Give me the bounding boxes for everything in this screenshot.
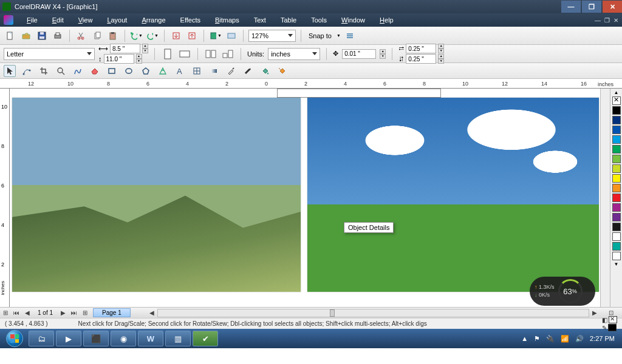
spin-down[interactable]: ▼ — [142, 49, 148, 53]
color-swatch[interactable] — [612, 116, 621, 124]
color-swatch[interactable] — [612, 126, 621, 134]
prev-page-button[interactable]: ◀ — [22, 308, 33, 318]
menu-edit[interactable]: Edit — [46, 15, 70, 25]
dup-x-field[interactable]: 0.25 " — [406, 44, 436, 53]
current-page-button[interactable] — [221, 47, 234, 61]
add-page-after-button[interactable]: ⊞ — [80, 308, 91, 318]
fill-none-indicator[interactable] — [609, 316, 617, 323]
network-meter-widget[interactable]: ↑ 1.3K/s ↓ 0K/s 63% — [530, 277, 595, 306]
tray-chevron-icon[interactable]: ▲ — [521, 335, 528, 342]
color-swatch[interactable] — [612, 252, 621, 260]
color-swatch[interactable] — [612, 184, 621, 192]
nudge-field[interactable]: 0.01 " — [342, 49, 376, 59]
menu-window[interactable]: Window — [335, 15, 371, 25]
taskbar-explorer[interactable]: 🗂 — [29, 331, 54, 346]
taskbar-chrome[interactable]: ◉ — [111, 331, 136, 346]
spin-up[interactable]: ▲ — [142, 44, 148, 49]
palette-up-button[interactable]: ▲ — [614, 90, 619, 95]
pick-tool[interactable] — [4, 65, 16, 77]
table-tool[interactable] — [191, 65, 203, 77]
menu-arrange[interactable]: Arrange — [135, 15, 171, 25]
rectangle-tool[interactable] — [106, 65, 118, 77]
spin-up[interactable]: ▲ — [136, 54, 142, 59]
smart-fill-tool[interactable] — [89, 65, 101, 77]
color-swatch[interactable] — [612, 155, 621, 163]
page-tab[interactable]: Page 1 — [93, 308, 131, 317]
tray-clock[interactable]: 2:27 PM — [590, 335, 615, 342]
start-button[interactable] — [2, 330, 27, 347]
crop-tool[interactable] — [38, 65, 50, 77]
ruler-horizontal[interactable]: 12 10 8 6 4 2 0 2 4 6 8 10 12 14 16 inch… — [0, 79, 622, 89]
outline-tool[interactable] — [242, 65, 254, 77]
bitmap-object-2[interactable] — [307, 98, 599, 292]
welcome-button[interactable] — [225, 29, 238, 42]
last-page-button[interactable]: ⏭ — [69, 308, 80, 318]
menu-effects[interactable]: Effects — [174, 15, 207, 25]
new-button[interactable] — [4, 29, 17, 42]
zoom-tool[interactable] — [55, 65, 67, 77]
tray-network-icon[interactable]: 📶 — [561, 335, 569, 343]
taskbar-mediaplayer[interactable]: ▶ — [56, 331, 81, 346]
color-swatch[interactable] — [612, 164, 621, 173]
polygon-tool[interactable] — [140, 65, 152, 77]
spin-down[interactable]: ▼ — [438, 49, 444, 53]
page-width-field[interactable]: 8.5 " — [110, 44, 140, 53]
bitmap-object-1[interactable] — [12, 98, 301, 292]
menu-table[interactable]: Table — [275, 15, 302, 25]
zoom-level-select[interactable]: 127% — [248, 30, 296, 42]
color-swatch[interactable] — [612, 106, 621, 115]
snap-to-menu[interactable]: ▼ — [337, 33, 341, 38]
canvas[interactable]: Object Details ↑ 1.3K/s ↓ 0K/s 63% — [10, 89, 600, 307]
add-page-button[interactable]: ⊞ — [0, 308, 11, 318]
paste-button[interactable] — [106, 29, 120, 42]
page-height-field[interactable]: 11.0 " — [104, 54, 134, 64]
palette-down-button[interactable]: ▼ — [614, 261, 619, 267]
spin-down[interactable]: ▼ — [438, 59, 444, 64]
tray-flag-icon[interactable]: ⚑ — [534, 335, 540, 343]
export-button[interactable] — [185, 29, 199, 42]
brand-icon[interactable] — [4, 15, 13, 25]
undo-button[interactable]: ▼ — [130, 29, 143, 42]
open-button[interactable] — [19, 29, 33, 42]
app-launcher-button[interactable]: ▼ — [209, 29, 222, 42]
fill-tool[interactable] — [259, 65, 271, 77]
ruler-vertical[interactable]: 10 8 6 4 2 inches — [0, 89, 10, 307]
eyedropper-tool[interactable] — [225, 65, 237, 77]
menu-layout[interactable]: Layout — [101, 15, 133, 25]
dup-y-field[interactable]: 0.25 " — [406, 54, 436, 64]
maximize-button[interactable]: ❐ — [582, 1, 601, 13]
paper-size-select[interactable]: Letter — [4, 48, 95, 60]
taskbar-word[interactable]: W — [138, 331, 163, 346]
shape-tool[interactable] — [21, 65, 33, 77]
color-swatch[interactable] — [612, 213, 621, 221]
close-button[interactable]: ✕ — [603, 1, 622, 13]
text-tool[interactable]: A — [174, 65, 186, 77]
taskbar-app1[interactable]: ⬛ — [83, 331, 109, 346]
mdi-close-button[interactable]: ✕ — [613, 17, 618, 24]
color-swatch[interactable] — [612, 145, 621, 153]
redo-button[interactable]: ▼ — [146, 29, 159, 42]
menu-tools[interactable]: Tools — [305, 15, 333, 25]
interactive-tool[interactable] — [208, 65, 220, 77]
taskbar-coreldraw[interactable]: ✔ — [193, 331, 218, 346]
hscrollbar[interactable]: ◀▶ — [146, 308, 600, 318]
spin-down[interactable]: ▼ — [380, 54, 386, 59]
no-fill-swatch[interactable]: ✕ — [612, 96, 621, 105]
color-swatch[interactable] — [612, 194, 621, 202]
copy-button[interactable] — [91, 29, 104, 42]
print-button[interactable] — [51, 29, 64, 42]
vscrollbar[interactable] — [600, 89, 610, 307]
import-button[interactable] — [169, 29, 183, 42]
interactive-fill-tool[interactable] — [276, 65, 288, 77]
spin-up[interactable]: ▲ — [438, 44, 444, 49]
mdi-restore-button[interactable]: ❐ — [604, 17, 610, 24]
cut-button[interactable] — [75, 29, 88, 42]
portrait-button[interactable] — [161, 47, 174, 61]
tray-volume-icon[interactable]: 🔊 — [575, 335, 584, 343]
freehand-tool[interactable] — [72, 65, 84, 77]
landscape-button[interactable] — [178, 47, 191, 61]
units-select[interactable]: inches — [268, 48, 320, 60]
minimize-button[interactable]: — — [561, 1, 581, 13]
ellipse-tool[interactable] — [123, 65, 135, 77]
color-swatch[interactable] — [612, 232, 621, 241]
